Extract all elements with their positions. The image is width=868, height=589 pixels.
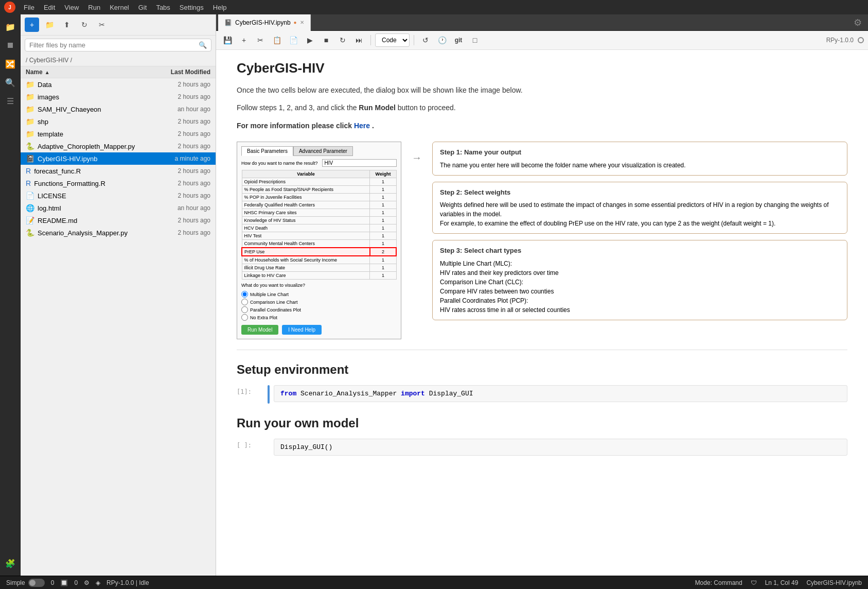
radio-clc[interactable] <box>241 299 248 305</box>
file-toolbar: + 📁 ⬆ ↻ ✂ <box>21 14 216 36</box>
sidebar-icon-commands[interactable]: ☰ <box>2 93 19 109</box>
main-layout: 📁 ⏹ 🔀 🔍 ☰ 🧩 + 📁 ⬆ ↻ ✂ 🔍 / CyberGIS-HIV /… <box>0 14 868 576</box>
git-nb-button[interactable]: git <box>451 33 466 47</box>
tab-bar: 📓 CyberGIS-HIV.ipynb ● ✕ ⚙ <box>216 14 868 31</box>
file-item[interactable]: Rforecast_func.R2 hours ago <box>21 165 216 177</box>
status-gear[interactable]: ⚙ <box>84 579 90 586</box>
breadcrumb: / CyberGIS-HIV / <box>21 55 216 66</box>
toolbar-separator <box>370 35 371 45</box>
cell-code-2[interactable]: Display_GUI() <box>274 439 847 456</box>
steps-panel: Step 1: Name your outputThe name you ent… <box>432 142 847 320</box>
file-item[interactable]: 📝README.md2 hours ago <box>21 214 216 227</box>
menu-settings[interactable]: Settings <box>175 2 208 13</box>
icon-sidebar: 📁 ⏹ 🔀 🔍 ☰ 🧩 <box>0 14 21 576</box>
shield-icon: 🛡 <box>751 579 757 586</box>
here-link[interactable]: Here <box>354 122 370 130</box>
share-button[interactable]: □ <box>468 33 482 47</box>
file-list: 📁Data2 hours ago📁images2 hours ago📁SAM_H… <box>21 78 216 576</box>
file-item[interactable]: 📁Data2 hours ago <box>21 78 216 91</box>
radio-mlc[interactable] <box>241 291 248 298</box>
r-icon: R <box>26 179 31 187</box>
file-item[interactable]: 🐍Adaptive_Choropleth_Mapper.py2 hours ag… <box>21 140 216 152</box>
clock-button[interactable]: 🕐 <box>435 33 449 47</box>
menu-file[interactable]: File <box>20 2 39 13</box>
file-item[interactable]: 📁template2 hours ago <box>21 128 216 140</box>
run-button[interactable]: ▶ <box>303 33 317 47</box>
toolbar-separator2 <box>414 35 414 45</box>
file-item[interactable]: 🌐log.htmlan hour ago <box>21 202 216 214</box>
sidebar-icon-search[interactable]: 🔍 <box>2 74 19 91</box>
file-item[interactable]: 📁shp2 hours ago <box>21 115 216 128</box>
cursor-pos: Ln 1, Col 49 <box>765 579 799 586</box>
notebook-tab[interactable]: 📓 CyberGIS-HIV.ipynb ● ✕ <box>218 14 311 31</box>
restart-button[interactable]: ↻ <box>335 33 350 47</box>
file-item[interactable]: RFunctions_Formatting.R2 hours ago <box>21 177 216 189</box>
radio-nep[interactable] <box>241 314 248 321</box>
interrupt-button[interactable]: ■ <box>319 33 333 47</box>
cell-type-select[interactable]: Code <box>375 33 410 47</box>
dialog-tab-basic[interactable]: Basic Parameters <box>241 146 293 156</box>
menu-help[interactable]: Help <box>209 2 231 13</box>
sidebar-icon-files[interactable]: 📁 <box>2 19 19 35</box>
toggle[interactable] <box>28 579 45 587</box>
cell-code-1[interactable]: from Scenario_Analysis_Mapper import Dis… <box>274 385 847 402</box>
step-box-1: Step 1: Name your outputThe name you ent… <box>432 142 847 176</box>
kernel-status-label: RPy-1.0.0 | Idle <box>107 579 149 586</box>
file-time: 2 hours ago <box>149 229 210 236</box>
dialog-table-row: % People as Food Stamp/SNAP Recipients1 <box>242 186 396 194</box>
restart2-button[interactable]: ↺ <box>418 33 433 47</box>
refresh-button[interactable]: ↻ <box>77 18 92 32</box>
toggle-switch[interactable]: Simple <box>6 579 45 587</box>
toggle-knob <box>29 580 36 586</box>
sidebar-icon-git[interactable]: 🔀 <box>2 56 19 72</box>
dialog-name-input[interactable] <box>322 159 397 167</box>
save-button[interactable]: 💾 <box>220 33 235 47</box>
fast-forward-button[interactable]: ⏭ <box>352 33 366 47</box>
step-text-2: Weights defined here will be used to est… <box>440 200 840 228</box>
status-left: Simple 0 🔲 0 ⚙ ◈ RPy-1.0.0 | Idle <box>6 579 149 587</box>
copy-button[interactable]: 📋 <box>270 33 284 47</box>
settings-gear-icon[interactable]: ⚙ <box>854 17 862 28</box>
radio-pcp[interactable] <box>241 306 248 313</box>
tab-close-button[interactable]: ✕ <box>300 20 304 25</box>
new-file-button[interactable]: + <box>25 18 39 32</box>
menu-view[interactable]: View <box>60 2 83 13</box>
search-box: 🔍 <box>25 39 211 51</box>
nb-content[interactable]: CyberGIS-HIV Once the two cells below ar… <box>216 50 868 576</box>
paste-button[interactable]: 📄 <box>286 33 300 47</box>
file-item[interactable]: 📓CyberGIS-HIV.ipynba minute ago <box>21 152 216 165</box>
search-input[interactable] <box>29 41 196 49</box>
dialog-table-row: Illicit Drug Use Rate1 <box>242 264 396 272</box>
file-name-label: Scenario_Analysis_Mapper.py <box>38 229 128 237</box>
menu-edit[interactable]: Edit <box>40 2 59 13</box>
menu-kernel[interactable]: Kernel <box>105 2 133 13</box>
run-model-btn[interactable]: Run Model <box>241 325 278 335</box>
sidebar-icon-extensions[interactable]: 🧩 <box>2 555 19 571</box>
menu-bar: J File Edit View Run Kernel Git Tabs Set… <box>0 0 868 14</box>
file-item[interactable]: 📄LICENSE2 hours ago <box>21 189 216 202</box>
md-icon: 📝 <box>26 216 34 224</box>
file-name-label: README.md <box>38 217 77 224</box>
upload-button[interactable]: ⬆ <box>60 18 74 32</box>
file-item[interactable]: 🐍Scenario_Analysis_Mapper.py2 hours ago <box>21 227 216 239</box>
file-name-label: Adaptive_Choropleth_Mapper.py <box>38 143 135 150</box>
intro-text-2: Follow steps 1, 2, and 3, and click the … <box>237 102 847 113</box>
file-name-label: LICENSE <box>38 192 66 200</box>
add-cell-button[interactable]: + <box>237 33 251 47</box>
file-item[interactable]: 📁images2 hours ago <box>21 91 216 103</box>
menu-run[interactable]: Run <box>84 2 104 13</box>
new-folder-button[interactable]: 📁 <box>42 18 57 32</box>
file-name-status: CyberGIS-HIV.ipynb <box>806 579 862 586</box>
menu-tabs[interactable]: Tabs <box>152 2 174 13</box>
file-item[interactable]: 📁SAM_HIV_Chaeyeonan hour ago <box>21 103 216 115</box>
file-time: 2 hours ago <box>149 180 210 187</box>
file-time: 2 hours ago <box>149 143 210 150</box>
py-icon: 🐍 <box>26 229 34 237</box>
sidebar-icon-running[interactable]: ⏹ <box>2 37 19 54</box>
cut-button[interactable]: ✂ <box>253 33 268 47</box>
menu-git[interactable]: Git <box>134 2 151 13</box>
dialog-table-row: Opioid Prescriptions1 <box>242 178 396 186</box>
dialog-tab-advanced[interactable]: Advanced Parameter <box>293 146 353 156</box>
i-need-help-btn[interactable]: I Need Help <box>282 325 322 335</box>
git-button[interactable]: ✂ <box>95 18 109 32</box>
